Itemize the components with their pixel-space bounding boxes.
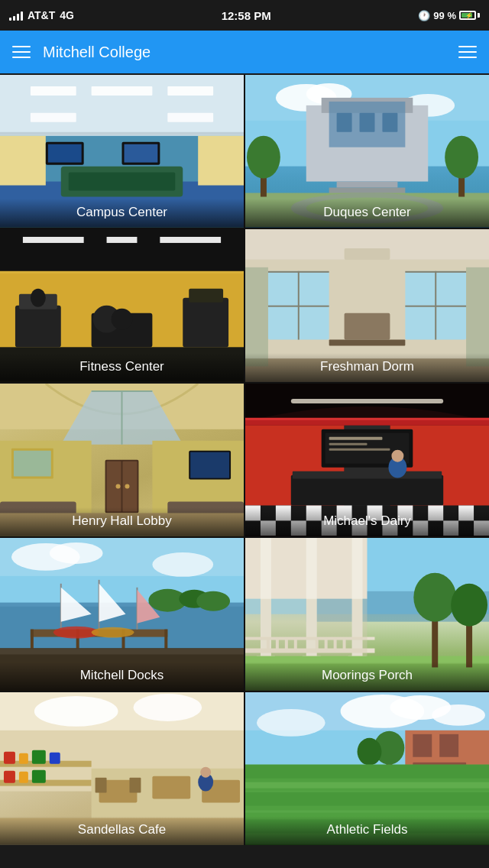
svg-rect-98: [329, 443, 368, 445]
grid-item-moorings-porch[interactable]: Moorings Porch: [245, 538, 489, 691]
svg-point-128: [196, 591, 230, 611]
svg-rect-58: [268, 306, 329, 307]
svg-rect-178: [19, 753, 28, 764]
svg-point-168: [451, 584, 487, 627]
svg-rect-214: [245, 782, 489, 789]
svg-rect-11: [31, 86, 76, 96]
svg-rect-93: [291, 475, 443, 506]
svg-rect-10: [124, 144, 157, 163]
svg-rect-99: [329, 449, 390, 451]
moorings-porch-label: Moorings Porch: [245, 662, 489, 691]
hamburger-button[interactable]: [458, 46, 477, 58]
svg-point-141: [92, 627, 134, 638]
michaels-dairy-label: Michael's Dairy: [245, 507, 489, 536]
clock: 12:58 PM: [222, 9, 271, 22]
svg-rect-1: [0, 132, 244, 135]
svg-rect-25: [360, 113, 375, 132]
svg-rect-209: [245, 811, 489, 813]
svg-rect-37: [0, 229, 244, 275]
svg-rect-143: [0, 649, 244, 655]
svg-rect-74: [122, 462, 137, 512]
svg-rect-0: [0, 75, 244, 136]
carrier-label: AT&T: [28, 9, 55, 21]
grid-item-athletic-fields[interactable]: Athletic Fields: [245, 692, 489, 845]
svg-rect-85: [190, 452, 229, 478]
svg-rect-5: [0, 136, 46, 186]
svg-rect-4: [69, 173, 176, 191]
svg-rect-179: [32, 750, 46, 764]
svg-rect-13: [167, 86, 213, 96]
athletic-fields-label: Athletic Fields: [245, 816, 489, 845]
svg-point-198: [257, 709, 325, 737]
svg-rect-50: [189, 289, 223, 303]
svg-rect-186: [152, 776, 190, 799]
svg-point-75: [116, 484, 121, 489]
svg-rect-201: [439, 734, 458, 757]
svg-rect-80: [14, 451, 51, 477]
clock-icon: 🕐: [418, 10, 430, 21]
svg-rect-182: [19, 772, 28, 783]
svg-rect-87: [291, 399, 443, 403]
svg-point-34: [247, 136, 280, 179]
svg-rect-212: [245, 792, 489, 806]
svg-point-123: [152, 552, 213, 577]
svg-point-197: [432, 704, 485, 726]
svg-point-45: [31, 289, 46, 307]
svg-rect-180: [50, 753, 60, 764]
svg-point-122: [50, 542, 103, 564]
svg-rect-15: [167, 113, 213, 122]
grid-item-michaels-dairy[interactable]: Michael's Dairy: [245, 384, 489, 536]
svg-rect-27: [337, 182, 398, 188]
grid-item-mitchell-docks[interactable]: Mitchell Docks: [0, 538, 244, 691]
freshman-dorm-label: Freshman Dorm: [245, 353, 489, 382]
signal-icon: [9, 10, 23, 21]
duques-center-label: Duques Center: [245, 199, 489, 228]
svg-rect-181: [4, 771, 15, 783]
grid-item-henry-hall-lobby[interactable]: Henry Hall Lobby: [0, 384, 244, 536]
svg-rect-6: [198, 136, 244, 186]
svg-rect-38: [23, 237, 84, 243]
svg-rect-200: [413, 734, 432, 757]
status-right: 🕐 99 % ⚡: [418, 10, 480, 21]
svg-point-118: [391, 450, 403, 462]
svg-point-173: [133, 694, 202, 721]
location-grid: Campus Center: [0, 75, 489, 845]
svg-point-166: [413, 573, 456, 622]
battery-icon: ⚡: [459, 11, 480, 20]
svg-rect-39: [107, 237, 138, 243]
svg-rect-24: [337, 113, 352, 132]
svg-point-36: [445, 136, 478, 179]
svg-rect-67: [466, 267, 489, 367]
svg-rect-188: [96, 778, 107, 793]
svg-point-76: [125, 484, 129, 489]
grid-item-fitness-center[interactable]: Fitness Center: [0, 229, 244, 382]
status-bar: AT&T 4G 12:58 PM 🕐 99 % ⚡: [0, 0, 489, 31]
grid-item-sandellas-cafe[interactable]: Sandellas Cafe: [0, 692, 244, 845]
campus-center-label: Campus Center: [0, 199, 244, 228]
fitness-center-label: Fitness Center: [0, 353, 244, 382]
mitchell-docks-label: Mitchell Docks: [0, 662, 244, 691]
sandellas-cafe-label: Sandellas Cafe: [0, 816, 244, 845]
svg-rect-97: [329, 437, 383, 440]
grid-item-freshman-dorm[interactable]: Freshman Dorm: [245, 229, 489, 382]
henry-hall-lobby-label: Henry Hall Lobby: [0, 507, 244, 536]
menu-button[interactable]: [12, 46, 31, 58]
svg-rect-12: [92, 86, 153, 96]
grid-item-campus-center[interactable]: Campus Center: [0, 75, 244, 228]
svg-rect-43: [15, 306, 61, 348]
grid-item-duques-center[interactable]: Duques Center: [245, 75, 489, 228]
svg-rect-53: [345, 248, 390, 260]
svg-rect-40: [160, 237, 221, 243]
svg-rect-64: [329, 340, 406, 346]
svg-point-192: [200, 767, 211, 778]
svg-rect-8: [48, 144, 82, 163]
svg-point-172: [34, 696, 118, 727]
app-header: Mitchell College: [0, 31, 489, 73]
svg-rect-28: [329, 188, 406, 194]
svg-rect-26: [382, 113, 397, 132]
svg-rect-14: [31, 113, 76, 122]
svg-rect-211: [245, 765, 489, 779]
svg-rect-94: [293, 471, 442, 479]
network-type: 4G: [60, 9, 74, 21]
app-title: Mitchell College: [31, 44, 458, 61]
